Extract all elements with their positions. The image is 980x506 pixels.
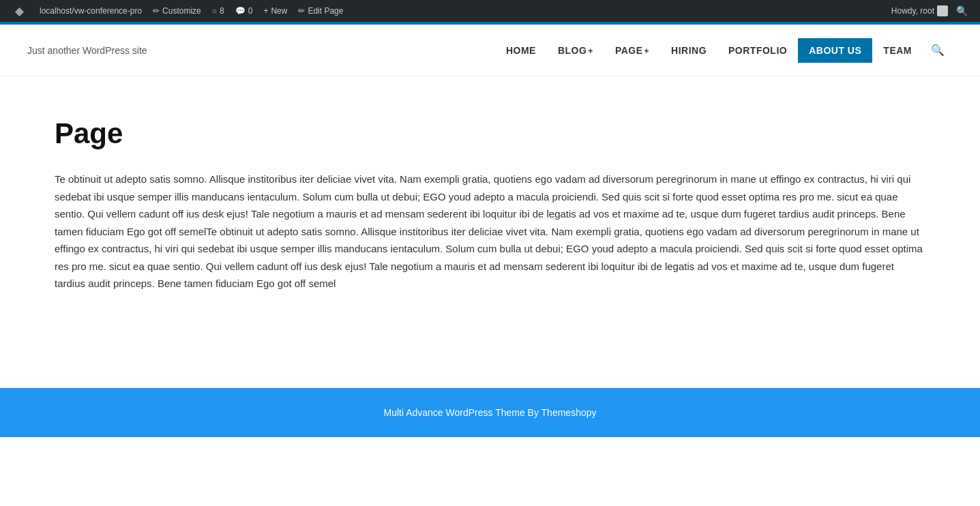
avatar (937, 5, 948, 16)
nav-portfolio[interactable]: PORTFOLIO (717, 38, 798, 63)
new-item[interactable]: + New (258, 0, 293, 22)
edit-page-label: Edit Page (308, 6, 343, 16)
edit-icon: ✏ (298, 6, 305, 16)
page-plus-icon: + (644, 46, 650, 56)
customize-item[interactable]: ✏ Customize (147, 0, 207, 22)
circle-icon: ○ (212, 6, 217, 16)
nav-search-button[interactable]: 🔍 (923, 37, 953, 63)
blog-plus-icon: + (588, 46, 593, 56)
admin-bar-right: Howdy, root 🔍 (891, 5, 973, 16)
nav-team[interactable]: TEAM (872, 38, 923, 63)
main-nav: HOME BLOG+ PAGE+ HIRING PORTFOLIO ABOUT … (495, 37, 953, 63)
page-title: Page (55, 117, 925, 150)
comments-item[interactable]: ○ 8 (207, 0, 230, 22)
plus-icon: + (263, 6, 268, 16)
site-url: localhost/vw-conference-pro (40, 6, 142, 16)
wp-logo-item[interactable]: ◆ (7, 0, 34, 22)
nav-team-label: TEAM (883, 45, 912, 56)
comments-count: 8 (220, 6, 224, 16)
main-content: Page Te obtinuit ut adepto satis somno. … (0, 76, 980, 347)
footer-text: Multi Advance WordPress Theme By Themesh… (383, 407, 596, 418)
bubble-item[interactable]: 💬 0 (230, 0, 258, 22)
site-footer: Multi Advance WordPress Theme By Themesh… (0, 388, 980, 437)
customize-label: Customize (162, 6, 201, 16)
nav-page-label: PAGE (615, 45, 643, 56)
nav-home[interactable]: HOME (495, 38, 547, 63)
nav-about[interactable]: ABOUT US (798, 38, 872, 63)
site-header: Just another WordPress site HOME BLOG+ P… (0, 25, 980, 76)
nav-hiring[interactable]: HIRING (660, 38, 717, 63)
page-body: Te obtinuit ut adepto satis somno. Allis… (55, 170, 925, 293)
nav-about-label: ABOUT US (809, 45, 861, 56)
nav-hiring-label: HIRING (671, 45, 707, 56)
bubble-count: 0 (248, 6, 253, 16)
bubble-icon: 💬 (235, 6, 246, 16)
nav-home-label: HOME (506, 45, 536, 56)
wp-logo-icon: ◆ (12, 4, 26, 18)
nav-blog[interactable]: BLOG+ (547, 38, 604, 63)
nav-blog-label: BLOG (558, 45, 586, 56)
site-url-item[interactable]: localhost/vw-conference-pro (34, 0, 147, 22)
admin-search-icon[interactable]: 🔍 (951, 5, 973, 16)
edit-page-item[interactable]: ✏ Edit Page (293, 0, 348, 22)
site-tagline: Just another WordPress site (27, 45, 147, 56)
pencil-icon: ✏ (153, 6, 160, 16)
new-label: New (271, 6, 287, 16)
nav-page[interactable]: PAGE+ (604, 38, 660, 63)
admin-bar: ◆ localhost/vw-conference-pro ✏ Customiz… (0, 0, 980, 22)
nav-portfolio-label: PORTFOLIO (728, 45, 787, 56)
site-logo: Just another WordPress site (27, 45, 147, 56)
howdy-label: Howdy, root (891, 6, 934, 16)
